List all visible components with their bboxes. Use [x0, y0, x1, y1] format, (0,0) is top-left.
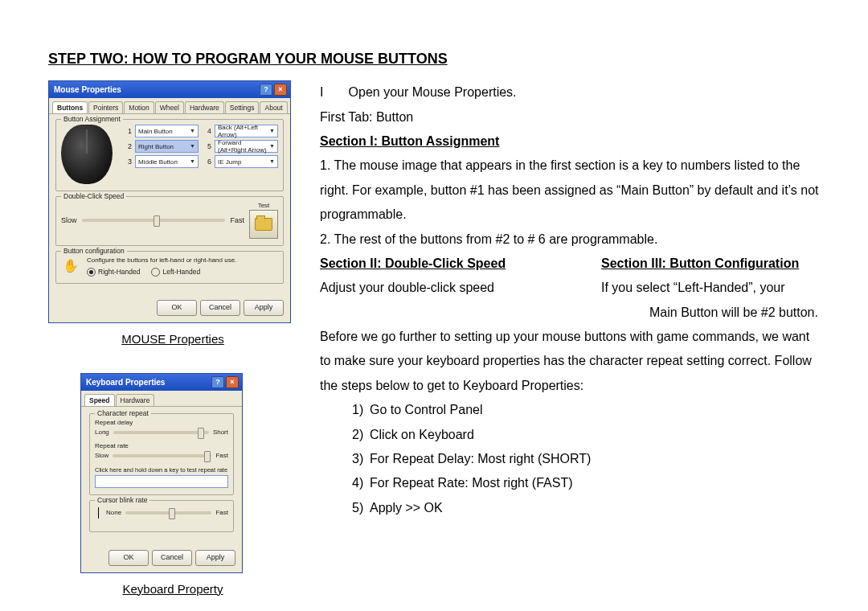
apply-button[interactable]: Apply: [244, 300, 284, 316]
assign-combo-3[interactable]: Middle Button▼: [135, 155, 199, 168]
caption-mouse: MOUSE Properties: [48, 328, 297, 351]
close-icon[interactable]: ×: [274, 84, 287, 96]
tab-hardware[interactable]: Hardware: [116, 394, 155, 406]
list-num: 1): [352, 398, 370, 422]
ok-button[interactable]: OK: [108, 550, 149, 566]
cancel-button[interactable]: Cancel: [200, 300, 240, 316]
two-column-layout: Mouse Properties ? × Buttons Pointers Mo…: [48, 80, 820, 611]
radio-label: Left-Handed: [162, 268, 200, 276]
help-icon[interactable]: ?: [211, 376, 224, 388]
group-legend: Button configuration: [61, 247, 127, 255]
caption-keyboard: Keyboard Property: [48, 578, 297, 601]
assign-combo-4[interactable]: Back (Alt+Left Arrow)▼: [215, 125, 278, 137]
repeat-test-input[interactable]: [95, 475, 228, 488]
close-icon[interactable]: ×: [226, 376, 239, 388]
tab-buttons[interactable]: Buttons: [52, 101, 88, 113]
tab-pointers[interactable]: Pointers: [88, 101, 123, 113]
chevron-down-icon: ▼: [190, 158, 195, 165]
cursor-icon: [98, 507, 99, 519]
list-num: 4): [352, 471, 370, 495]
tab-motion[interactable]: Motion: [124, 101, 154, 113]
group-button-assignment: Button Assignment 1Main Button▼ 4Back (A…: [55, 119, 284, 191]
ok-button[interactable]: OK: [157, 300, 197, 316]
assign-value-3: Middle Button: [138, 158, 178, 166]
assign-num-2: 2: [125, 142, 132, 151]
tab-wheel[interactable]: Wheel: [155, 101, 184, 113]
list-text: Apply >> OK: [370, 501, 443, 515]
group-legend: Button Assignment: [61, 115, 123, 123]
keyboard-intro-para: Before we go further to setting up your …: [320, 325, 820, 398]
list-text: Click on Keyboard: [370, 428, 474, 441]
repeat-delay-label: Repeat delay: [95, 419, 228, 427]
chevron-down-icon: ▼: [269, 128, 275, 134]
hand-icon: ✋: [61, 256, 80, 276]
section-1-heading: Section I: Button Assignment: [320, 129, 820, 154]
window-title: Keyboard Properties: [86, 378, 165, 388]
group-legend: Character repeat: [95, 409, 151, 417]
assign-combo-2[interactable]: Right Button▼: [135, 140, 199, 153]
para-2: 2. The rest of the buttons from #2 to # …: [320, 228, 820, 252]
assign-value-6: IE Jump: [218, 158, 241, 166]
blink-rate-slider[interactable]: [125, 511, 211, 515]
group-char-repeat: Character repeat Repeat delay Long Short…: [89, 413, 234, 494]
window-titlebar: Keyboard Properties ? ×: [81, 374, 242, 391]
repeat-rate-slider[interactable]: [113, 454, 211, 457]
fast-label: Fast: [215, 452, 228, 460]
section-2-body: Adjust your double-click speed: [320, 276, 601, 300]
list-num: 3): [352, 447, 370, 471]
slow-label: Slow: [95, 452, 108, 460]
repeat-test-hint: Click here and hold down a key to test r…: [95, 466, 228, 474]
assign-num-3: 3: [125, 158, 132, 166]
short-label: Short: [213, 429, 228, 437]
group-button-config: Button configuration ✋ Configure the but…: [55, 251, 284, 284]
section-3-body-2: Main Button will be #2 button.: [601, 301, 818, 325]
cancel-button[interactable]: Cancel: [152, 550, 192, 566]
assign-value-5: Forward (Alt+Right Arrow): [218, 139, 269, 154]
test-area[interactable]: [249, 210, 278, 239]
left-column: Mouse Properties ? × Buttons Pointers Mo…: [48, 80, 297, 611]
tab-speed[interactable]: Speed: [84, 394, 115, 406]
window-title: Mouse Properties: [54, 85, 121, 95]
assign-value-4: Back (Alt+Left Arrow): [218, 124, 269, 139]
tab-settings[interactable]: Settings: [225, 101, 260, 113]
keyboard-properties-window: Keyboard Properties ? × Speed Hardware C…: [80, 373, 243, 573]
repeat-rate-label: Repeat rate: [95, 442, 228, 450]
assign-num-1: 1: [125, 127, 132, 136]
fast-label: Fast: [215, 509, 228, 517]
assign-value-1: Main Button: [138, 128, 173, 136]
section-2-heading: Section II: Double-Click Speed: [320, 252, 601, 276]
repeat-delay-slider[interactable]: [113, 431, 209, 434]
list-text: Go to Control Panel: [370, 403, 483, 416]
help-icon[interactable]: ?: [260, 84, 272, 96]
test-label: Test: [249, 202, 278, 210]
list-item: 5)Apply >> OK: [352, 496, 820, 520]
page-title: STEP TWO: HOW TO PROGRAM YOUR MOUSE BUTT…: [48, 45, 820, 72]
group-legend: Cursor blink rate: [95, 496, 149, 504]
radio-dot-on: [87, 268, 96, 277]
chevron-down-icon: ▼: [190, 128, 195, 134]
double-click-slider[interactable]: [82, 219, 226, 222]
list-text: For Repeat Rate: Most right (FAST): [370, 476, 573, 490]
radio-label: Right-Handed: [98, 268, 140, 276]
list-item: 4)For Repeat Rate: Most right (FAST): [352, 471, 820, 495]
assign-combo-1[interactable]: Main Button▼: [135, 125, 199, 137]
none-label: None: [106, 509, 121, 517]
assign-combo-5[interactable]: Forward (Alt+Right Arrow)▼: [215, 140, 278, 153]
tab-about[interactable]: About: [260, 101, 287, 113]
tabs: Speed Hardware: [81, 391, 242, 407]
chevron-down-icon: ▼: [269, 158, 275, 165]
list-item: 1)Go to Control Panel: [352, 398, 820, 422]
assign-value-2: Right Button: [138, 143, 174, 151]
tab-hardware[interactable]: Hardware: [185, 101, 224, 113]
group-legend: Double-Click Speed: [61, 192, 126, 200]
radio-right-handed[interactable]: Right-Handed: [87, 268, 140, 277]
assign-num-5: 5: [205, 142, 211, 151]
folder-icon: [255, 218, 272, 231]
open-line-1: I Open your Mouse Properties.: [320, 80, 820, 105]
apply-button[interactable]: Apply: [195, 550, 235, 566]
assign-num-4: 4: [205, 127, 211, 136]
list-num: 2): [352, 423, 370, 447]
assign-combo-6[interactable]: IE Jump▼: [215, 155, 278, 168]
window-titlebar: Mouse Properties ? ×: [49, 81, 290, 98]
radio-left-handed[interactable]: Left-Handed: [151, 268, 200, 277]
